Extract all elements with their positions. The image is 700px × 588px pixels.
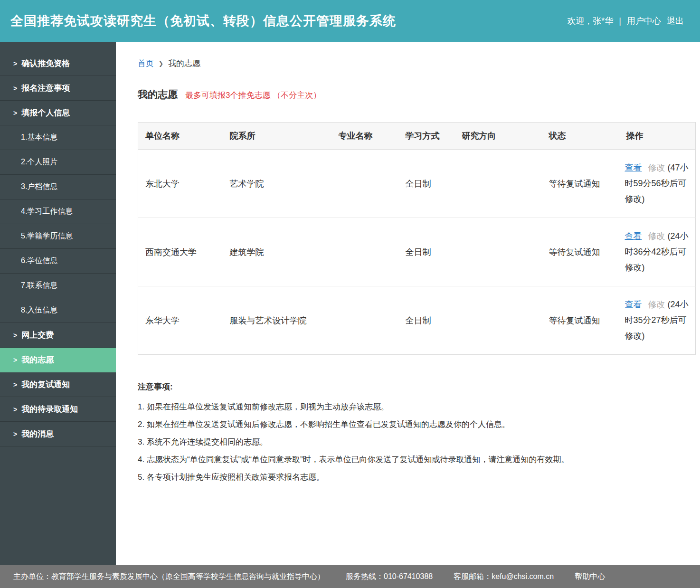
sidebar-item-label: 确认推免资格	[21, 58, 70, 69]
sidebar-item-label: 5.学籍学历信息	[21, 231, 73, 241]
sidebar: > 确认推免资格 > 报名注意事项 > 填报个人信息 1.基本信息 2.个人照片…	[0, 42, 116, 565]
chevron-icon: >	[13, 430, 17, 438]
volunteer-table: 单位名称 院系所 专业名称 学习方式 研究方向 状态 操作 东北大学 艺术学院 …	[138, 122, 696, 355]
user-center-link[interactable]: 用户中心	[627, 15, 661, 27]
sidebar-item-label: 3.户档信息	[21, 182, 57, 192]
sidebar-item-basic-info[interactable]: 1.基本信息	[0, 125, 116, 150]
cell-study-mode: 全日制	[398, 286, 455, 355]
cell-major	[331, 218, 398, 286]
header-divider: |	[619, 16, 621, 26]
app-header: 全国推荐免试攻读研究生（免初试、转段）信息公开管理服务系统 欢迎，张*华 | 用…	[0, 0, 700, 42]
sidebar-item-my-retest-notice[interactable]: > 我的复试通知	[0, 372, 116, 397]
page-limit-note: 最多可填报3个推免志愿 （不分主次）	[185, 90, 321, 101]
table-header-row: 单位名称 院系所 专业名称 学习方式 研究方向 状态 操作	[138, 123, 696, 150]
cell-department: 服装与艺术设计学院	[223, 286, 331, 355]
cell-study-mode: 全日制	[398, 150, 455, 218]
sidebar-item-my-volunteers[interactable]: > 我的志愿	[0, 348, 116, 372]
sidebar-item-online-payment[interactable]: > 网上交费	[0, 323, 116, 348]
sidebar-item-label: 我的待录取通知	[21, 404, 78, 415]
col-header-direction: 研究方向	[455, 123, 542, 150]
col-header-status: 状态	[542, 123, 619, 150]
chevron-icon: >	[13, 85, 17, 92]
sidebar-item-label: 我的消息	[21, 428, 54, 439]
col-header-department: 院系所	[223, 123, 331, 150]
logout-link[interactable]: 退出	[667, 15, 684, 27]
sidebar-item-label: 2.个人照片	[21, 157, 57, 167]
col-header-major: 专业名称	[331, 123, 398, 150]
sidebar-item-label: 1.基本信息	[21, 133, 57, 142]
footer-organizer: 主办单位：教育部学生服务与素质发展中心（原全国高等学校学生信息咨询与就业指导中心…	[13, 572, 325, 582]
cell-direction	[455, 286, 542, 355]
sidebar-item-personal-info[interactable]: > 填报个人信息	[0, 101, 116, 125]
sidebar-item-household-info[interactable]: 3.户档信息	[0, 175, 116, 199]
sidebar-item-label: 7.联系信息	[21, 281, 57, 291]
sidebar-item-my-admission-notice[interactable]: > 我的待录取通知	[0, 397, 116, 422]
sidebar-item-label: 4.学习工作信息	[21, 207, 73, 217]
sidebar-item-personal-photo[interactable]: 2.个人照片	[0, 150, 116, 175]
breadcrumb-home-link[interactable]: 首页	[138, 58, 154, 69]
chevron-icon: >	[13, 60, 17, 67]
welcome-text: 欢迎，张*华	[567, 15, 613, 27]
sidebar-item-label: 填报个人信息	[21, 107, 70, 118]
breadcrumb-separator-icon: ❯	[159, 60, 163, 67]
page-title: 我的志愿	[138, 88, 178, 101]
cell-department: 艺术学院	[223, 150, 331, 218]
app-title: 全国推荐免试攻读研究生（免初试、转段）信息公开管理服务系统	[10, 12, 396, 29]
chevron-icon: >	[13, 406, 17, 413]
sidebar-item-label: 网上交费	[21, 330, 54, 341]
cell-unit: 东北大学	[138, 150, 223, 218]
notes-title: 注意事项:	[138, 381, 689, 392]
sidebar-item-enlistment-info[interactable]: 8.入伍信息	[0, 298, 116, 323]
sidebar-item-contact-info[interactable]: 7.联系信息	[0, 274, 116, 298]
cell-actions: 查看 修改 (24小时36分42秒后可修改)	[619, 218, 696, 286]
modify-link[interactable]: 修改	[648, 300, 665, 309]
footer-help-link[interactable]: 帮助中心	[575, 572, 605, 582]
note-item: 2. 如果在招生单位发送复试通知后修改志愿，不影响招生单位查看已发复试通知的志愿…	[138, 416, 689, 433]
sidebar-item-academic-record-info[interactable]: 5.学籍学历信息	[0, 224, 116, 249]
cell-status: 等待复试通知	[542, 150, 619, 218]
modify-link[interactable]: 修改	[648, 163, 665, 172]
sidebar-item-label: 我的志愿	[21, 354, 54, 365]
sidebar-item-study-work-info[interactable]: 4.学习工作信息	[0, 199, 116, 224]
sidebar-item-label: 报名注意事项	[21, 83, 70, 94]
sidebar-item-degree-info[interactable]: 6.学位信息	[0, 249, 116, 274]
sidebar-item-label: 8.入伍信息	[21, 305, 57, 315]
chevron-icon: >	[13, 356, 17, 364]
footer-email: 客服邮箱：kefu@chsi.com.cn	[454, 572, 554, 582]
sidebar-item-label: 我的复试通知	[21, 379, 70, 390]
cell-unit: 西南交通大学	[138, 218, 223, 286]
chevron-icon: >	[13, 109, 17, 117]
note-item: 3. 系统不允许连续提交相同的志愿。	[138, 433, 689, 451]
cell-direction	[455, 150, 542, 218]
cell-direction	[455, 218, 542, 286]
breadcrumb-current: 我的志愿	[168, 58, 200, 69]
cell-status: 等待复试通知	[542, 218, 619, 286]
table-row: 西南交通大学 建筑学院 全日制 等待复试通知 查看 修改 (24小时36分42秒…	[138, 218, 696, 286]
col-header-study-mode: 学习方式	[398, 123, 455, 150]
header-user-area: 欢迎，张*华 | 用户中心 退出	[567, 15, 684, 27]
view-link[interactable]: 查看	[625, 300, 642, 309]
sidebar-item-confirm-qualification[interactable]: > 确认推免资格	[0, 51, 116, 76]
cell-unit: 东华大学	[138, 286, 223, 355]
table-row: 东华大学 服装与艺术设计学院 全日制 等待复试通知 查看 修改 (24小时35分…	[138, 286, 696, 355]
footer: 主办单位：教育部学生服务与素质发展中心（原全国高等学校学生信息咨询与就业指导中心…	[0, 565, 700, 588]
cell-actions: 查看 修改 (47小时59分56秒后可修改)	[619, 150, 696, 218]
view-link[interactable]: 查看	[625, 163, 642, 172]
col-header-actions: 操作	[619, 123, 696, 150]
cell-major	[331, 286, 398, 355]
sidebar-item-label: 6.学位信息	[21, 256, 57, 266]
cell-major	[331, 150, 398, 218]
cell-status: 等待复试通知	[542, 286, 619, 355]
modify-link[interactable]: 修改	[648, 231, 665, 241]
table-row: 东北大学 艺术学院 全日制 等待复试通知 查看 修改 (47小时59分56秒后可…	[138, 150, 696, 218]
footer-hotline: 服务热线：010-67410388	[346, 572, 433, 582]
sidebar-item-my-messages[interactable]: > 我的消息	[0, 422, 116, 446]
main-content: 首页 ❯ 我的志愿 我的志愿 最多可填报3个推免志愿 （不分主次） 单位名称 院…	[116, 42, 700, 565]
view-link[interactable]: 查看	[625, 231, 642, 241]
cell-actions: 查看 修改 (24小时35分27秒后可修改)	[619, 286, 696, 355]
cell-department: 建筑学院	[223, 218, 331, 286]
note-item: 1. 如果在招生单位发送复试通知前修改志愿，则视为主动放弃该志愿。	[138, 398, 689, 416]
sidebar-item-registration-notes[interactable]: > 报名注意事项	[0, 76, 116, 101]
note-item: 5. 各专项计划推免生应按照相关政策要求报名志愿。	[138, 468, 689, 486]
note-item: 4. 志愿状态为“单位同意复试”或“单位同意录取”时，表示单位已向你发送了复试通…	[138, 451, 689, 468]
